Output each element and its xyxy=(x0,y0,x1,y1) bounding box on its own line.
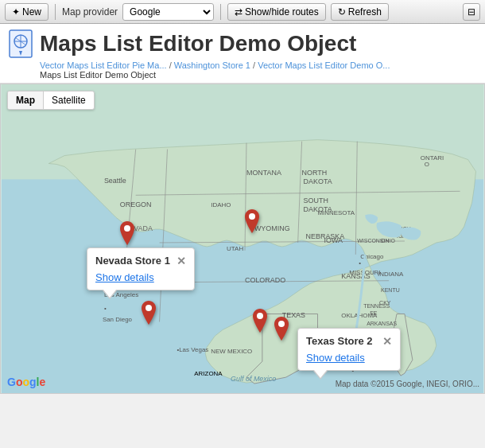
maximize-button[interactable]: ⊟ xyxy=(463,3,480,21)
map-provider-label: Map provider xyxy=(62,6,118,18)
texas-popup: Texas Store 2 ✕ Show details xyxy=(297,328,401,371)
nevada-popup-close[interactable]: ✕ xyxy=(177,255,186,267)
map-tabs: Map Satellite xyxy=(7,91,95,110)
svg-text:Seattle: Seattle xyxy=(104,177,126,185)
page-title: Maps List Editor Demo Object xyxy=(40,32,356,56)
svg-text:OHIO: OHIO xyxy=(381,238,395,243)
svg-text:IOWA: IOWA xyxy=(324,236,343,244)
svg-text:San Diego: San Diego xyxy=(103,316,133,323)
toolbar: ✦ New Map provider Google Bing OpenStree… xyxy=(0,0,485,24)
svg-text:MONTANA: MONTANA xyxy=(246,169,281,177)
show-hide-routes-button[interactable]: ⇄ Show/hide routes xyxy=(227,3,326,21)
svg-text:ARKANSAS: ARKANSAS xyxy=(367,321,397,326)
refresh-icon: ↻ xyxy=(338,6,346,18)
breadcrumb-link-3[interactable]: Vector Maps List Editor Demo O... xyxy=(258,60,390,70)
svg-text:INDIANA: INDIANA xyxy=(378,271,404,278)
new-icon: ✦ xyxy=(12,6,20,18)
separator-2 xyxy=(220,4,221,20)
routes-icon: ⇄ xyxy=(235,6,242,18)
svg-text:IDAHO: IDAHO xyxy=(211,201,231,208)
svg-text:MINNESOTA: MINNESOTA xyxy=(318,209,355,216)
map-container: Gulf of Mexico NEVADA San Francisco • Lo… xyxy=(0,84,485,394)
map-attribution: Map data ©2015 Google, INEGI, ORIO... xyxy=(336,380,479,388)
google-logo: Google xyxy=(7,376,45,388)
svg-text:Gulf of Mexico: Gulf of Mexico xyxy=(231,375,276,383)
svg-text:KENTU: KENTU xyxy=(381,287,400,293)
pin-seattle[interactable] xyxy=(118,221,136,247)
page-icon xyxy=(8,29,33,59)
separator-1 xyxy=(55,4,56,20)
svg-text:ARIZONA: ARIZONA xyxy=(194,370,223,377)
tab-satellite[interactable]: Satellite xyxy=(44,92,94,109)
breadcrumb-link-1[interactable]: Vector Maps List Editor Pie Ma... xyxy=(40,60,167,70)
breadcrumb: Vector Maps List Editor Pie Ma... / Wash… xyxy=(8,60,477,80)
nevada-popup-title: Nevada Store 1 xyxy=(95,255,170,267)
svg-point-59 xyxy=(124,225,130,232)
pin-nevada[interactable] xyxy=(140,301,157,327)
map-background: Gulf of Mexico NEVADA San Francisco • Lo… xyxy=(1,84,484,393)
nevada-popup-link[interactable]: Show details xyxy=(95,271,186,283)
pin-washington[interactable] xyxy=(243,209,261,236)
refresh-button[interactable]: ↻ Refresh xyxy=(331,3,389,21)
svg-text:•Las Vegas: •Las Vegas xyxy=(177,346,208,353)
texas-popup-close[interactable]: ✕ xyxy=(382,336,392,347)
show-hide-routes-label: Show/hide routes xyxy=(245,6,319,18)
svg-text:•: • xyxy=(359,259,361,267)
new-button[interactable]: ✦ New xyxy=(5,3,48,21)
new-label: New xyxy=(22,6,41,18)
pin-colorado1[interactable] xyxy=(251,309,269,335)
svg-text:OREGON: OREGON xyxy=(120,201,152,208)
svg-text:•: • xyxy=(104,305,107,312)
svg-point-62 xyxy=(257,313,263,319)
svg-text:TENNESS: TENNESS xyxy=(363,303,390,309)
texas-popup-header: Texas Store 2 ✕ xyxy=(306,335,392,347)
svg-text:DAKOTA: DAKOTA xyxy=(304,177,332,185)
map-provider-select[interactable]: Google Bing OpenStreetMap xyxy=(122,3,214,21)
tab-map[interactable]: Map xyxy=(8,92,44,109)
svg-text:UTAH: UTAH xyxy=(227,245,243,252)
pin-colorado2[interactable] xyxy=(273,317,290,343)
nevada-popup-header: Nevada Store 1 ✕ xyxy=(95,255,186,267)
breadcrumb-current: Maps List Editor Demo Object xyxy=(40,70,156,80)
svg-text:NEW MEXICO: NEW MEXICO xyxy=(211,348,252,355)
svg-text:COLORADO: COLORADO xyxy=(245,276,285,284)
svg-point-61 xyxy=(146,305,152,311)
svg-point-63 xyxy=(278,321,285,327)
texas-popup-title: Texas Store 2 xyxy=(306,335,373,347)
breadcrumb-link-2[interactable]: Washington Store 1 xyxy=(174,60,250,70)
svg-text:NORTH: NORTH xyxy=(302,169,328,177)
svg-text:EE: EE xyxy=(370,310,378,316)
svg-text:ONTARI: ONTARI xyxy=(421,154,444,162)
svg-point-60 xyxy=(249,213,255,220)
nevada-popup: Nevada Store 1 ✕ Show details xyxy=(87,247,195,290)
svg-text:O: O xyxy=(425,161,429,168)
svg-text:SOUTH: SOUTH xyxy=(304,197,328,205)
texas-popup-link[interactable]: Show details xyxy=(306,352,392,364)
refresh-label: Refresh xyxy=(348,6,382,18)
page-header: Maps List Editor Demo Object Vector Maps… xyxy=(0,24,485,84)
